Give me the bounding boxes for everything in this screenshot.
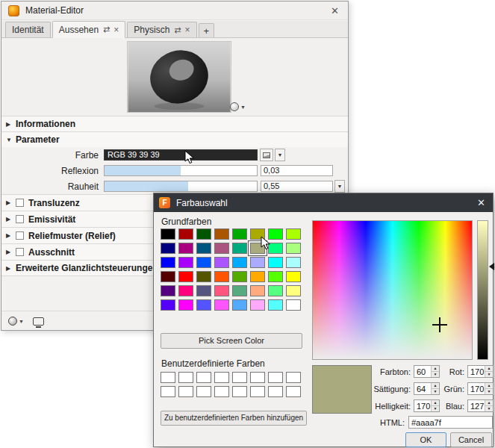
basic-color-swatch[interactable] (214, 257, 229, 268)
swap-icon[interactable]: ⇄ (174, 25, 181, 35)
basic-color-swatch[interactable] (232, 299, 247, 311)
value-slider-arrow[interactable] (489, 263, 494, 270)
basic-color-swatch[interactable] (268, 299, 283, 311)
custom-color-swatch[interactable] (232, 386, 247, 397)
pick-screen-color-button[interactable]: Pick Screen Color (161, 333, 302, 349)
basic-color-swatch[interactable] (196, 271, 211, 282)
basic-color-swatch[interactable] (161, 228, 175, 240)
tab-identitaet[interactable]: Identität (5, 22, 51, 37)
basic-color-swatch[interactable] (232, 271, 247, 282)
hue-saturation-picker[interactable] (312, 220, 473, 360)
custom-color-swatch[interactable] (161, 386, 175, 397)
checkbox[interactable] (16, 248, 24, 256)
basic-color-swatch[interactable] (214, 271, 229, 282)
basic-color-swatch[interactable] (214, 243, 229, 254)
section-informationen[interactable]: ▶ Informationen (1, 116, 348, 131)
custom-color-swatch[interactable] (232, 372, 247, 383)
tab-close-icon[interactable]: × (113, 25, 119, 35)
custom-color-swatch[interactable] (178, 372, 193, 383)
basic-color-swatch[interactable] (286, 243, 301, 254)
add-tab-button[interactable]: + (199, 23, 215, 37)
basic-color-swatch[interactable] (196, 228, 211, 240)
basic-color-swatch[interactable] (161, 285, 175, 296)
basic-color-swatch[interactable] (268, 243, 283, 254)
spin-arrows[interactable]: ▲▼ (485, 400, 493, 411)
basic-color-swatch[interactable] (161, 257, 175, 268)
swap-icon[interactable]: ⇄ (103, 25, 110, 34)
close-icon[interactable]: ✕ (329, 5, 341, 16)
checkbox[interactable] (16, 199, 24, 207)
custom-color-swatch[interactable] (178, 386, 193, 397)
custom-color-swatch[interactable] (268, 386, 283, 397)
basic-color-swatch[interactable] (214, 285, 229, 296)
custom-color-swatch[interactable] (214, 386, 229, 397)
preview-type-button[interactable]: ▼ (230, 102, 246, 111)
basic-color-swatch[interactable] (268, 285, 283, 296)
basic-color-swatch[interactable] (232, 285, 247, 296)
basic-color-swatch[interactable] (178, 285, 193, 296)
basic-color-swatch[interactable] (161, 243, 175, 254)
roughness-dropdown-button[interactable]: ▼ (334, 180, 345, 193)
basic-color-swatch[interactable] (286, 285, 301, 296)
color-value-field[interactable]: RGB 39 39 39 (104, 149, 258, 161)
spin-up-icon[interactable]: ▲ (485, 366, 493, 372)
basic-color-swatch[interactable] (286, 271, 301, 282)
cancel-button[interactable]: Cancel (450, 432, 492, 447)
spin-down-icon[interactable]: ▼ (485, 406, 493, 411)
custom-color-swatch[interactable] (250, 372, 265, 383)
basic-color-swatch[interactable] (232, 257, 247, 268)
display-settings-icon[interactable] (33, 317, 44, 326)
basic-color-swatch[interactable] (178, 271, 193, 282)
checkbox[interactable] (16, 231, 24, 240)
preview-environment-button[interactable]: ▼ (8, 317, 24, 326)
texture-button[interactable] (260, 149, 273, 161)
value-slider[interactable] (477, 220, 488, 360)
spin-up-icon[interactable]: ▲ (485, 400, 493, 406)
basic-color-swatch[interactable] (286, 228, 301, 240)
basic-color-swatch[interactable] (178, 257, 193, 268)
basic-color-swatch[interactable] (161, 299, 175, 311)
red-spinbox[interactable]: 170 ▲▼ (467, 365, 494, 378)
tab-physisch[interactable]: Physisch ⇄ × (127, 22, 196, 37)
red-value[interactable]: 170 (468, 366, 485, 377)
html-color-input[interactable] (408, 416, 493, 429)
basic-color-swatch[interactable] (214, 228, 229, 240)
custom-color-swatch[interactable] (196, 372, 211, 383)
spin-arrows[interactable]: ▲▼ (485, 383, 493, 394)
green-spinbox[interactable]: 170 ▲▼ (467, 382, 494, 395)
basic-color-swatch[interactable] (196, 257, 211, 268)
basic-color-swatch[interactable] (268, 271, 283, 282)
custom-color-swatch[interactable] (161, 372, 175, 383)
add-custom-color-button[interactable]: Zu benutzerdefinierten Farben hinzufügen (161, 411, 307, 426)
custom-color-swatch[interactable] (268, 372, 283, 383)
basic-color-swatch[interactable] (250, 243, 265, 254)
basic-color-swatch[interactable] (286, 299, 301, 311)
basic-color-swatch[interactable] (196, 285, 211, 296)
reflection-slider[interactable] (104, 165, 258, 176)
custom-color-swatch[interactable] (286, 372, 301, 383)
blue-spinbox[interactable]: 127 ▲▼ (467, 399, 494, 412)
basic-color-swatch[interactable] (214, 299, 229, 311)
custom-color-swatch[interactable] (214, 372, 229, 383)
spin-up-icon[interactable]: ▲ (485, 383, 493, 389)
basic-color-swatch[interactable] (232, 243, 247, 254)
spin-arrows[interactable]: ▲▼ (485, 366, 493, 377)
custom-color-swatch[interactable] (196, 386, 211, 397)
basic-color-swatch[interactable] (286, 257, 301, 268)
basic-color-swatch[interactable] (196, 299, 211, 311)
green-value[interactable]: 170 (468, 383, 485, 394)
basic-color-swatch[interactable] (178, 228, 193, 240)
close-icon[interactable]: ✕ (475, 197, 488, 208)
tab-close-icon[interactable]: × (185, 25, 190, 35)
basic-color-swatch[interactable] (250, 228, 265, 240)
checkbox[interactable] (16, 215, 24, 223)
basic-color-swatch[interactable] (250, 285, 265, 296)
ok-button[interactable]: OK (405, 432, 446, 447)
spin-down-icon[interactable]: ▼ (485, 389, 493, 394)
roughness-slider[interactable] (104, 181, 258, 192)
basic-color-swatch[interactable] (268, 257, 283, 268)
basic-color-swatch[interactable] (196, 243, 211, 254)
basic-color-swatch[interactable] (250, 257, 265, 268)
basic-color-swatch[interactable] (232, 228, 247, 240)
basic-color-swatch[interactable] (178, 299, 193, 311)
